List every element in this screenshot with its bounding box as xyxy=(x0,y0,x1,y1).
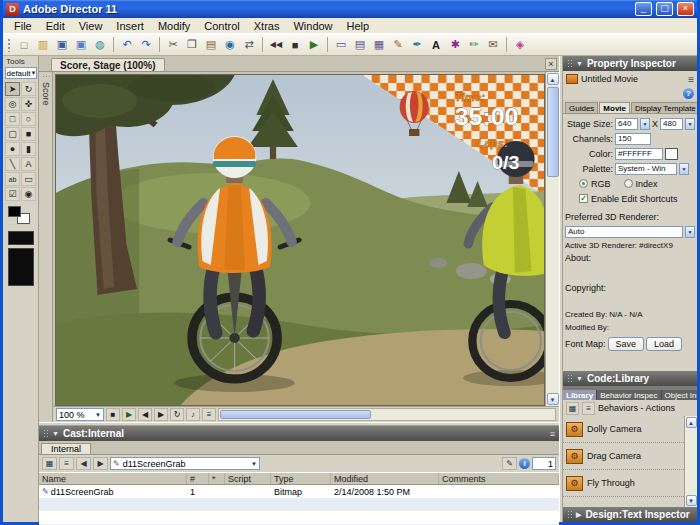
play-button[interactable]: ▶ xyxy=(122,408,136,421)
library-category-select[interactable]: Behaviors - Actions xyxy=(598,403,675,413)
paste-icon[interactable]: ▤ xyxy=(202,36,220,54)
stage-width-field[interactable]: 640 xyxy=(615,118,638,130)
round-rect-tool[interactable]: ▢ xyxy=(5,127,20,141)
score-window-icon[interactable]: ▤ xyxy=(351,36,369,54)
tool-preset-select[interactable]: default ▼ xyxy=(5,67,37,79)
chevron-down-icon[interactable]: ▼ xyxy=(685,118,695,130)
message-window-icon[interactable]: ✉ xyxy=(484,36,502,54)
foreground-color-swatch[interactable] xyxy=(8,206,21,217)
ellipse-tool[interactable]: ○ xyxy=(21,112,36,126)
step-forward-button[interactable]: ▶ xyxy=(154,408,168,421)
library-item-drag-camera[interactable]: ⚙ Drag Camera xyxy=(563,443,684,470)
column-comments[interactable]: Comments xyxy=(439,473,559,484)
cut-icon[interactable]: ✂ xyxy=(164,36,182,54)
panel-menu-icon[interactable]: ≡ xyxy=(550,429,555,439)
cast-panel-header[interactable]: ▼ Cast:Internal ≡ xyxy=(39,426,559,441)
font-map-load-button[interactable]: Load xyxy=(646,337,682,351)
tab-library[interactable]: Library xyxy=(563,390,597,400)
field-tool[interactable]: ab xyxy=(5,172,20,186)
column-modified-flag[interactable]: * xyxy=(209,473,225,484)
library-view-button[interactable]: ▦ xyxy=(566,402,579,415)
rect-tool[interactable]: □ xyxy=(5,112,20,126)
stage-vscroll-thumb[interactable] xyxy=(547,87,559,177)
redo-icon[interactable]: ↷ xyxy=(137,36,155,54)
stage-tab[interactable]: Score, Stage (100%) xyxy=(51,58,165,71)
column-script[interactable]: Script xyxy=(225,473,271,484)
renderer-select[interactable]: Auto xyxy=(565,226,683,238)
tab-object-inspector[interactable]: Object Inspector xyxy=(662,390,698,400)
library-item-dolly-camera[interactable]: ⚙ Dolly Camera xyxy=(563,416,684,443)
panel-grip[interactable] xyxy=(567,374,572,383)
rewind-icon[interactable]: ◀◀ xyxy=(267,36,285,54)
cast-window-icon[interactable]: ▦ xyxy=(370,36,388,54)
index-radio[interactable] xyxy=(624,179,633,188)
button-tool[interactable]: ▭ xyxy=(21,172,36,186)
cast-member-row[interactable]: ✎d11ScreenGrab 1 Bitmap 2/14/2008 1:50 P… xyxy=(39,485,559,498)
panel-grip[interactable] xyxy=(43,429,48,438)
find-cast-member-icon[interactable]: ◉ xyxy=(221,36,239,54)
stage-height-field[interactable]: 480 xyxy=(660,118,683,130)
panel-grip[interactable] xyxy=(567,510,572,519)
undo-icon[interactable]: ↶ xyxy=(118,36,136,54)
collapse-arrow-icon[interactable]: ▼ xyxy=(576,375,583,382)
shockwave-settings-icon[interactable]: ◈ xyxy=(511,36,529,54)
property-inspector-header[interactable]: ▼ Property Inspector xyxy=(563,56,697,71)
tab-display-template[interactable]: Display Template xyxy=(631,102,697,113)
palette-select[interactable]: System - Win xyxy=(615,163,677,175)
stage-canvas[interactable]: Time: 35:00 Laps: 0/3 xyxy=(55,74,545,406)
score-collapsed-tab[interactable]: Score xyxy=(39,72,53,422)
copy-icon[interactable]: ❐ xyxy=(183,36,201,54)
save-icon[interactable]: ▣ xyxy=(72,36,90,54)
stage-vertical-scrollbar[interactable]: ▲ ▼ xyxy=(545,72,559,406)
stage-zoom-select[interactable]: 100 % ▼ xyxy=(56,408,104,421)
checkbox-tool[interactable]: ☑ xyxy=(5,187,20,201)
new-movie-icon[interactable]: □ xyxy=(15,36,33,54)
toolbar-grip[interactable] xyxy=(7,38,11,52)
filled-round-rect-tool[interactable]: ▮ xyxy=(21,142,36,156)
color-field[interactable]: #FFFFFF xyxy=(615,148,663,160)
publish-icon[interactable]: ◍ xyxy=(91,36,109,54)
cast-tab-internal[interactable]: Internal xyxy=(41,443,91,454)
text-tool[interactable]: A xyxy=(21,157,36,171)
paint-window-icon[interactable]: ✎ xyxy=(389,36,407,54)
column-name[interactable]: Name xyxy=(39,473,187,484)
tab-guides[interactable]: Guides xyxy=(565,102,598,113)
stop-icon[interactable]: ■ xyxy=(286,36,304,54)
library-menu-button[interactable]: ≡ xyxy=(582,402,595,415)
scroll-up-icon[interactable]: ▲ xyxy=(547,73,559,85)
tab-behavior-inspector[interactable]: Behavior Inspec xyxy=(597,390,661,400)
chevron-down-icon[interactable]: ▼ xyxy=(679,163,689,175)
cast-empty-row[interactable] xyxy=(39,511,559,524)
panel-grip[interactable] xyxy=(567,59,572,68)
filled-rect-tool[interactable]: ■ xyxy=(21,127,36,141)
filled-ellipse-tool[interactable]: ● xyxy=(5,142,20,156)
design-text-inspector-header[interactable]: ▶ Design:Text Inspector xyxy=(563,507,697,522)
enable-edit-shortcuts-checkbox[interactable]: ✓ xyxy=(579,194,588,203)
open-icon[interactable]: ▥ xyxy=(34,36,52,54)
previous-member-button[interactable]: ◀ xyxy=(76,457,91,470)
column-number[interactable]: # xyxy=(187,473,209,484)
exchange-cast-members-icon[interactable]: ⇄ xyxy=(240,36,258,54)
column-type[interactable]: Type xyxy=(271,473,331,484)
color-picker-chip[interactable] xyxy=(665,148,678,160)
scroll-down-icon[interactable]: ▼ xyxy=(547,393,559,405)
color-chip-block[interactable] xyxy=(8,248,34,286)
pattern-chip[interactable] xyxy=(8,231,34,245)
menu-edit[interactable]: Edit xyxy=(39,19,72,33)
volume-button[interactable]: ♪ xyxy=(186,408,200,421)
help-icon[interactable]: ? xyxy=(683,88,694,99)
library-scrollbar[interactable]: ▲ ▼ xyxy=(684,416,697,507)
minimize-button[interactable]: _ xyxy=(635,2,652,16)
menu-help[interactable]: Help xyxy=(340,19,377,33)
stage-window-icon[interactable]: ▭ xyxy=(332,36,350,54)
cast-list-view-button[interactable]: ≡ xyxy=(59,457,74,470)
radio-button-tool[interactable]: ◉ xyxy=(21,187,36,201)
title-bar[interactable]: D Adobe Director 11 _ ▢ × xyxy=(3,0,697,18)
menu-view[interactable]: View xyxy=(72,19,110,33)
cast-empty-row[interactable] xyxy=(39,498,559,511)
menu-control[interactable]: Control xyxy=(197,19,246,33)
menu-xtras[interactable]: Xtras xyxy=(247,19,287,33)
scroll-up-icon[interactable]: ▲ xyxy=(686,417,697,428)
expand-arrow-icon[interactable]: ▶ xyxy=(576,511,581,519)
stage-close-button[interactable]: × xyxy=(545,58,557,70)
